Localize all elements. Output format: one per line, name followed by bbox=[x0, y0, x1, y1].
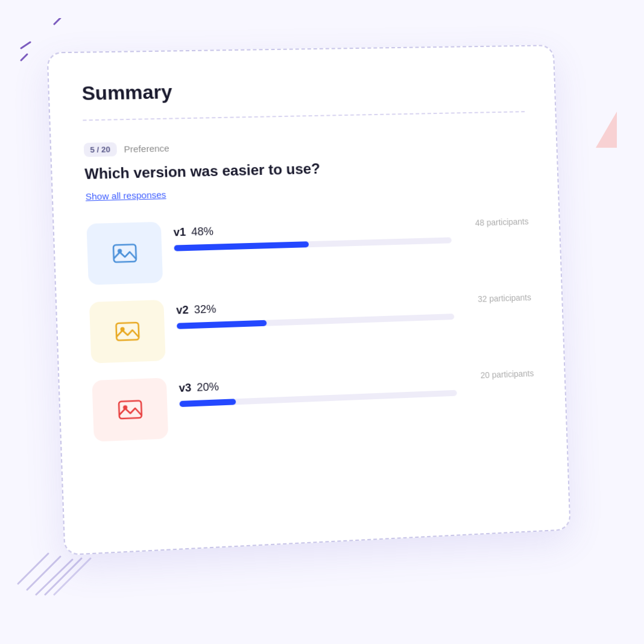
question-type: Preference bbox=[124, 143, 169, 154]
version-item-v1: v1 48% 48 participants bbox=[86, 212, 530, 285]
svg-rect-9 bbox=[113, 244, 136, 262]
svg-rect-11 bbox=[116, 323, 139, 341]
card-container: Summary 5 / 20 Preference Which version … bbox=[60, 48, 632, 608]
version-image-v2 bbox=[89, 300, 166, 364]
svg-line-2 bbox=[21, 54, 27, 60]
bar-track-v1 bbox=[174, 237, 451, 251]
version-label-v1: v1 48% bbox=[173, 218, 463, 239]
version-item-v3: v3 20% 20 participants bbox=[92, 364, 535, 441]
participants-v3: 20 participants bbox=[480, 364, 534, 380]
image-icon-v1 bbox=[111, 239, 139, 267]
svg-line-1 bbox=[21, 42, 30, 48]
bar-fill-v2 bbox=[177, 320, 267, 329]
participants-v2: 32 participants bbox=[478, 288, 531, 304]
version-info-v3: v3 20% bbox=[178, 366, 469, 407]
show-responses-link[interactable]: Show all responses bbox=[85, 189, 166, 202]
versions-list: v1 48% 48 participants bbox=[86, 212, 535, 441]
svg-line-0 bbox=[54, 18, 60, 24]
question-meta: 5 / 20 Preference bbox=[84, 134, 526, 157]
version-image-v3 bbox=[92, 377, 168, 441]
version-label-v2: v2 32% bbox=[176, 295, 466, 317]
image-icon-v3 bbox=[116, 396, 145, 423]
svg-line-4 bbox=[18, 554, 48, 584]
image-icon-v2 bbox=[113, 318, 142, 346]
section-divider bbox=[83, 111, 525, 121]
version-image-v1 bbox=[86, 222, 163, 285]
bar-fill-v3 bbox=[180, 399, 236, 407]
bar-track-v2 bbox=[177, 314, 454, 329]
summary-title: Summary bbox=[81, 75, 524, 105]
bar-fill-v1 bbox=[174, 241, 309, 251]
svg-rect-13 bbox=[119, 400, 142, 418]
version-item-v2: v2 32% 32 participants bbox=[89, 288, 533, 363]
version-info-v1: v1 48% bbox=[173, 213, 464, 251]
version-info-v2: v2 32% bbox=[176, 290, 467, 329]
question-badge: 5 / 20 bbox=[84, 142, 117, 157]
participants-v1: 48 participants bbox=[475, 212, 528, 227]
summary-card: Summary 5 / 20 Preference Which version … bbox=[46, 45, 570, 555]
question-text: Which version was easier to use? bbox=[84, 156, 527, 183]
